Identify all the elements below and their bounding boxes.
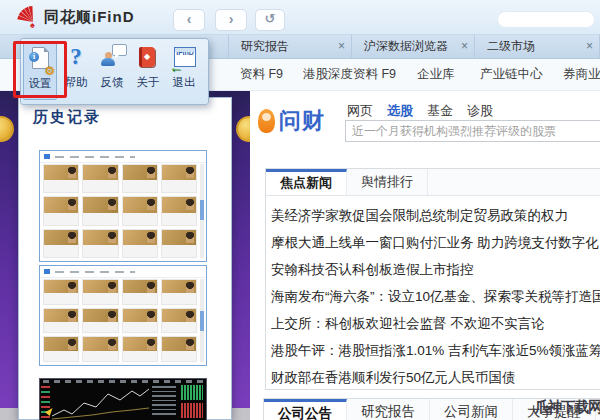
menu-item-hk-profile-f9[interactable]: 港股深度资料 F9 [303,66,396,83]
history-thumbnail-stock-chart[interactable] [39,378,207,420]
news-item[interactable]: 上交所：科创板欢迎社会监督 不欢迎不实言论 [271,310,600,337]
history-thumbnail-card-page[interactable] [39,150,207,262]
tab-sentiment-ranking[interactable]: 舆情排行 [347,169,428,195]
wencai-tab-stock-pick[interactable]: 选股 [387,102,413,120]
help-icon: ? [59,42,93,74]
history-thumbnail-card-page[interactable] [39,265,207,366]
tab-secondary-market[interactable]: 二级市场 × [474,34,600,58]
wencai-content-pane: 问财 网页 选股 基金 诊股 焦点新闻 舆情排行 美经济学家敦促国会限制总统制定… [250,90,600,420]
history-panel: 历史记录 [18,97,232,420]
tab-focus-news[interactable]: 焦点新闻 [266,169,347,195]
news-item[interactable]: 美经济学家敦促国会限制总统制定贸易政策的权力 [271,202,600,229]
wencai-nav-tabs: 网页 选股 基金 诊股 [347,102,493,120]
coin-icon [236,116,250,142]
wencai-mascot-icon [258,109,275,133]
tab-company-news[interactable]: 公司新闻 [430,399,513,420]
titlebar-search-input[interactable] [497,11,595,28]
ifind-app-window: ♠ 同花顺iFinD ‹ › ↺ 研究报告 × 沪深数据浏览器 × 二级市场 ×… [0,0,600,420]
settings-dropdown-menu: i ⚙ 设置 ? 帮助 反馈 ◆ 关于 iFinD ← [20,38,209,105]
chart-menu-strip [43,380,203,383]
dropdown-item-label: 设置 [24,76,56,91]
settings-icon: i ⚙ [24,43,56,75]
dropdown-item-label: 关于 [131,75,165,90]
thumbnail-scrollbar [200,279,204,362]
feedback-icon [95,42,129,74]
wencai-tab-fund[interactable]: 基金 [427,102,453,120]
exit-icon: iFinD ← [167,42,201,74]
tab-research-reports[interactable]: 研究报告 [347,399,430,420]
menu-item-broker-business[interactable]: 券商业务 [563,66,600,83]
news-tab-bar: 焦点新闻 舆情排行 [266,169,600,196]
chart-green-histogram [181,385,203,400]
coin-icon [0,116,14,142]
news-item[interactable]: 财政部在香港顺利发行50亿元人民币国债 [271,364,600,391]
news-item[interactable]: 海南发布“海六条”：设立10亿基金、探索零关税等打造国 [271,283,600,310]
chart-quote-list [152,386,176,418]
close-icon[interactable]: × [328,39,345,53]
chart-red-histogram [181,403,203,418]
wencai-logo-text: 问财 [279,106,325,136]
history-panel-title: 历史记录 [33,108,101,127]
svg-text:♠: ♠ [30,20,35,29]
thumbnail-page-header [40,266,206,278]
news-section: 焦点新闻 舆情排行 美经济学家敦促国会限制总统制定贸易政策的权力 摩根大通上线单… [265,168,600,390]
menu-item-enterprise-library[interactable]: 企业库 [417,66,455,83]
nav-back-button[interactable]: ‹ [173,9,205,31]
dropdown-item-label: 反馈 [95,75,129,90]
tab-research-report[interactable]: 研究报告 × [228,34,352,58]
wencai-tab-diagnose[interactable]: 诊股 [467,102,493,120]
news-item[interactable]: 安翰科技否认科创板造假上市指控 [271,256,600,283]
wencai-search-input[interactable] [345,120,600,142]
tab-label: 沪深数据浏览器 [364,38,448,55]
about-icon: ◆ [131,42,165,74]
dropdown-item-about[interactable]: ◆ 关于 [131,42,165,100]
news-item[interactable]: 港股午评：港股恒指涨1.01% 吉利汽车涨近5%领涨蓝筹 [271,337,600,364]
site-watermark: 爪神下载网 [534,398,600,417]
dropdown-item-help[interactable]: ? 帮助 [59,42,93,100]
thumbnail-scrollbar [200,164,204,258]
dropdown-item-settings[interactable]: i ⚙ 设置 [23,42,57,100]
tab-label: 二级市场 [487,38,535,55]
tab-company-announcements[interactable]: 公司公告 [264,399,347,420]
nav-refresh-button[interactable]: ↺ [255,9,285,31]
wencai-logo[interactable]: 问财 [258,106,325,136]
tonghuashun-logo-icon: ♠ [13,5,39,29]
menu-item-profile-f9[interactable]: 资料 F9 [240,66,283,83]
app-title: 同花顺iFinD [44,8,135,27]
nav-forward-button[interactable]: › [215,9,247,31]
title-bar: ♠ 同花顺iFinD ‹ › ↺ [0,0,600,35]
news-item[interactable]: 摩根大通上线单一窗口购付汇业务 助力跨境支付数字化 [271,229,600,256]
close-icon[interactable]: × [576,39,593,53]
wencai-tab-web[interactable]: 网页 [347,102,373,120]
dropdown-item-feedback[interactable]: 反馈 [95,42,129,100]
dropdown-item-label: 退出 [167,75,201,90]
thumbnail-page-header [40,151,206,163]
thumbnail-card-grid [43,164,197,258]
tab-label: 研究报告 [241,38,289,55]
chart-line [52,386,150,420]
dropdown-item-label: 帮助 [59,75,93,90]
close-icon[interactable]: × [451,39,468,53]
news-list: 美经济学家敦促国会限制总统制定贸易政策的权力 摩根大通上线单一窗口购付汇业务 助… [266,196,600,391]
dropdown-item-exit[interactable]: iFinD ← 退出 [167,42,201,100]
menu-item-industry-chain-center[interactable]: 产业链中心 [480,66,543,83]
tab-data-browser[interactable]: 沪深数据浏览器 × [351,34,475,58]
thumbnail-card-grid [43,279,197,362]
